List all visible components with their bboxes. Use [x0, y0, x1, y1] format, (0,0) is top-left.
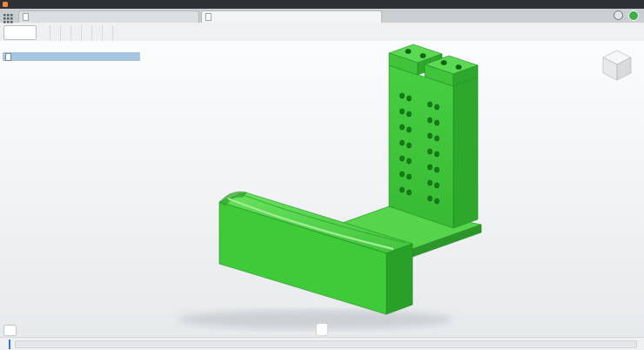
model-shadow — [178, 310, 453, 329]
modify-menu-button[interactable] — [55, 34, 56, 41]
comments-button[interactable] — [3, 325, 17, 336]
workspace-selector[interactable] — [3, 25, 37, 40]
timeline-track — [15, 340, 637, 348]
document-tab-bar — [0, 9, 644, 23]
toolbar-group-construct — [71, 25, 82, 41]
assemble-menu-button[interactable] — [65, 34, 66, 41]
toolbar-group-create — [40, 25, 50, 41]
document-icon — [23, 13, 29, 21]
model-canvas[interactable] — [0, 41, 644, 338]
model-body-vertical-plate[interactable] — [389, 44, 478, 228]
toolbar-group-assemble — [61, 25, 71, 41]
toolbar — [0, 23, 644, 42]
browser-panel — [2, 43, 141, 64]
data-panel-icon[interactable] — [3, 11, 13, 21]
fusion-window — [0, 0, 644, 350]
help-icon[interactable] — [614, 10, 623, 20]
app-icon — [3, 2, 8, 7]
toolbar-group-select — [103, 25, 113, 41]
title-bar — [0, 0, 644, 9]
ribbon — [40, 23, 644, 41]
toolbar-group-modify — [50, 25, 61, 41]
toolbar-group-inspect — [82, 25, 92, 41]
timeline-bar — [0, 337, 644, 350]
user-avatar[interactable] — [628, 10, 639, 21]
document-icon — [5, 53, 11, 61]
browser-header — [3, 44, 140, 52]
document-tab-mount[interactable] — [18, 10, 199, 23]
ribbon-groups — [40, 25, 644, 41]
viewport[interactable] — [0, 41, 644, 338]
create-menu-button[interactable] — [44, 34, 45, 41]
view-cube[interactable] — [597, 44, 637, 84]
document-icon — [205, 13, 211, 21]
view-navigation-bar — [316, 323, 328, 336]
construct-menu-button[interactable] — [76, 34, 77, 41]
toolbar-group-insert — [92, 25, 103, 41]
timeline-playhead[interactable] — [9, 340, 10, 349]
document-tab-stand[interactable] — [201, 10, 382, 23]
select-menu-button[interactable] — [107, 34, 108, 41]
inspect-menu-button[interactable] — [86, 34, 87, 41]
insert-menu-button[interactable] — [97, 34, 97, 41]
browser-root-document[interactable] — [3, 52, 140, 61]
